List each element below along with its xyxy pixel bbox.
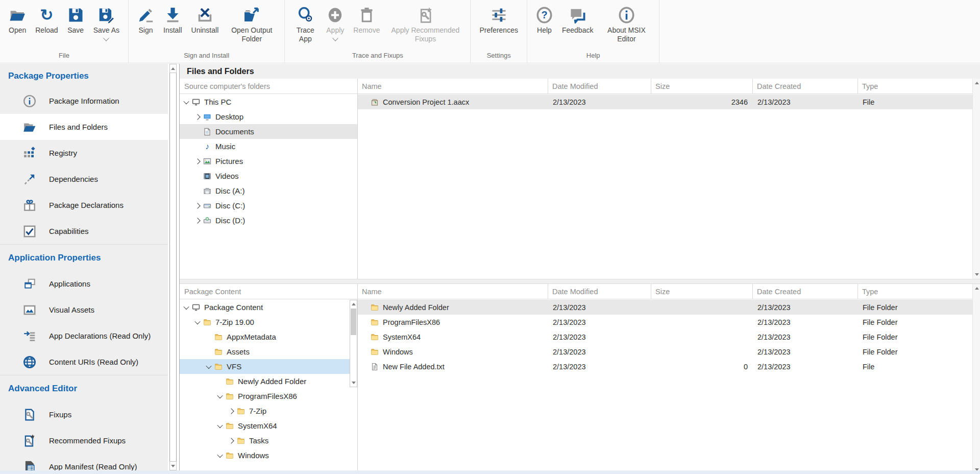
save-as-button[interactable]: Save As [89, 4, 124, 40]
uninstall-button[interactable]: Uninstall [187, 4, 224, 35]
tree-item-package-content[interactable]: Package Content [180, 300, 350, 315]
sidebar-item-package-declarations[interactable]: Package Declarations [0, 192, 168, 218]
tree-item-disc-d[interactable]: Disc (D:) [180, 213, 357, 228]
panel-splitter[interactable] [180, 279, 980, 284]
sidebar-item-capabilities[interactable]: Capabilities [0, 218, 168, 244]
tree-item-disc-a[interactable]: Disc (A:) [180, 183, 357, 198]
tree-item-7-zip[interactable]: 7-Zip [180, 404, 350, 418]
column-header-size[interactable]: Size [651, 79, 752, 93]
chevron-down-icon[interactable] [215, 421, 224, 430]
column-header-date-modified[interactable]: Date Modified [548, 79, 651, 93]
scrollbar-thumb[interactable] [351, 309, 356, 335]
tree-item-desktop[interactable]: Desktop [180, 109, 357, 124]
chevron-right-icon[interactable] [193, 216, 202, 225]
chevron-right-icon[interactable] [227, 436, 235, 445]
tree-item-windows[interactable]: Windows [180, 448, 350, 463]
column-header-size[interactable]: Size [651, 284, 752, 299]
file-row-newly-added-folder[interactable]: Newly Added Folder2/13/20232/13/2023File… [358, 300, 972, 315]
chevron-down-icon[interactable] [332, 35, 338, 41]
chevron-right-icon[interactable] [193, 157, 202, 165]
tree-item-assets[interactable]: Assets [180, 344, 350, 359]
chevron-right-icon[interactable] [193, 201, 202, 210]
sidebar-item-dependencies[interactable]: Dependencies [0, 166, 168, 192]
tree-item-appxmetadata[interactable]: AppxMetadata [180, 329, 350, 344]
column-header-date-created[interactable]: Date Created [752, 79, 857, 93]
open-button[interactable]: Open [4, 4, 31, 35]
tree-item-vfs[interactable]: VFS [180, 359, 350, 374]
sidebar-item-fixups[interactable]: Fixups [0, 401, 168, 428]
sidebar-scrollbar-track[interactable] [169, 64, 177, 470]
tree-item-programfilesx86[interactable]: ProgramFilesX86 [180, 389, 350, 404]
install-button[interactable]: Install [159, 4, 187, 35]
trace-app-button[interactable]: Trace App [289, 4, 322, 43]
scroll-up-button[interactable] [350, 300, 357, 308]
sidebar-item-content-uris-read-only[interactable]: Content URIs (Read Only) [0, 349, 168, 375]
tree-item-disc-c[interactable]: Disc (C:) [180, 198, 357, 213]
sidebar-item-visual-assets[interactable]: Visual Assets [0, 297, 168, 323]
open-icon [9, 4, 26, 26]
apply-button[interactable]: Apply [322, 4, 349, 40]
cell-date-modified: 2/13/2023 [548, 348, 651, 356]
sidebar-item-applications[interactable]: Applications [0, 271, 168, 297]
package-tree-scrollbar[interactable] [350, 300, 357, 387]
file-name: Newly Added Folder [383, 303, 449, 312]
file-row-programfilesx86[interactable]: ProgramFilesX862/13/20232/13/2023File Fo… [358, 315, 972, 329]
about-msix-editor-button[interactable]: About MSIX Editor [598, 4, 655, 43]
chevron-down-icon[interactable] [193, 318, 202, 326]
cell-date-created: 2/13/2023 [752, 318, 857, 326]
file-row-systemx64[interactable]: SystemX642/13/20232/13/2023File Folder [358, 329, 972, 344]
sidebar-scroll-up-button[interactable] [169, 64, 177, 73]
apply-recommended-fixups-button[interactable]: Apply Recommended Fixups [384, 4, 466, 43]
source-folders-tree: This PCDesktopDocuments♪MusicPicturesVid… [180, 94, 357, 279]
tree-item-7-zip-19-00[interactable]: 7-Zip 19.00 [180, 315, 350, 329]
tree-item-videos[interactable]: Videos [180, 169, 357, 183]
sidebar-item-app-declarations-read-only[interactable]: App Declarations (Read Only) [0, 323, 168, 349]
tree-item-documents[interactable]: Documents [180, 124, 357, 139]
chevron-down-icon[interactable] [182, 303, 190, 312]
chevron-down-icon[interactable] [182, 98, 190, 106]
package-files-scrollbar[interactable] [972, 284, 980, 474]
ribbon-group-sign-and-install: SignInstallUninstallOpen Output FolderSi… [129, 0, 285, 63]
tree-item-this-pc[interactable]: This PC [180, 94, 357, 109]
tree-item-tasks[interactable]: Tasks [180, 433, 350, 448]
feedback-button[interactable]: Feedback [557, 4, 598, 35]
chevron-down-icon[interactable] [215, 392, 224, 400]
tree-item-pictures[interactable]: Pictures [180, 154, 357, 169]
sidebar-scrollbar[interactable] [168, 64, 179, 470]
file-row-windows[interactable]: Windows2/13/20232/13/2023File Folder [358, 344, 972, 359]
file-row-new-file-added-txt[interactable]: New File Added.txt2/13/202302/13/2023Fil… [358, 359, 972, 374]
column-header-type[interactable]: Type [857, 79, 972, 93]
save-button[interactable]: Save [63, 4, 89, 35]
column-header-date-modified[interactable]: Date Modified [548, 284, 651, 299]
sidebar-item-registry[interactable]: Registry [0, 140, 168, 166]
sidebar-item-recommended-fixups[interactable]: Recommended Fixups [0, 428, 168, 454]
reload-button[interactable]: ↻Reload [31, 4, 62, 35]
file-row-conversion-project-1-aacx[interactable]: Conversion Project 1.aacx2/13/202323462/… [358, 94, 972, 109]
source-files-scrollbar[interactable] [972, 79, 980, 279]
scroll-down-button[interactable] [350, 379, 357, 387]
scroll-up-button[interactable] [973, 79, 980, 87]
chevron-down-icon[interactable] [204, 362, 213, 371]
help-button[interactable]: ?Help [531, 4, 557, 35]
chevron-right-icon[interactable] [193, 112, 202, 121]
open-output-folder-button[interactable]: Open Output Folder [223, 4, 280, 43]
preferences-icon [491, 4, 507, 26]
column-header-name[interactable]: Name [358, 79, 548, 93]
preferences-button[interactable]: Preferences [475, 4, 522, 35]
tree-item-newly-added-folder[interactable]: Newly Added Folder [180, 374, 350, 389]
chevron-right-icon[interactable] [227, 407, 235, 415]
sidebar-item-files-and-folders[interactable]: Files and Folders [0, 114, 168, 140]
tree-item-music[interactable]: ♪Music [180, 139, 357, 154]
chevron-down-icon[interactable] [104, 35, 109, 41]
chevron-down-icon[interactable] [215, 451, 224, 460]
column-header-name[interactable]: Name [358, 284, 548, 299]
sidebar-item-package-information[interactable]: Package Information [0, 88, 168, 114]
scroll-down-button[interactable] [973, 271, 980, 278]
tree-item-systemx64[interactable]: SystemX64 [180, 418, 350, 433]
scroll-up-button[interactable] [973, 285, 980, 292]
column-header-type[interactable]: Type [857, 284, 972, 299]
sidebar-scroll-down-button[interactable] [169, 461, 177, 470]
remove-button[interactable]: Remove [349, 4, 384, 35]
column-header-date-created[interactable]: Date Created [752, 284, 857, 299]
sign-button[interactable]: Sign [133, 4, 159, 35]
